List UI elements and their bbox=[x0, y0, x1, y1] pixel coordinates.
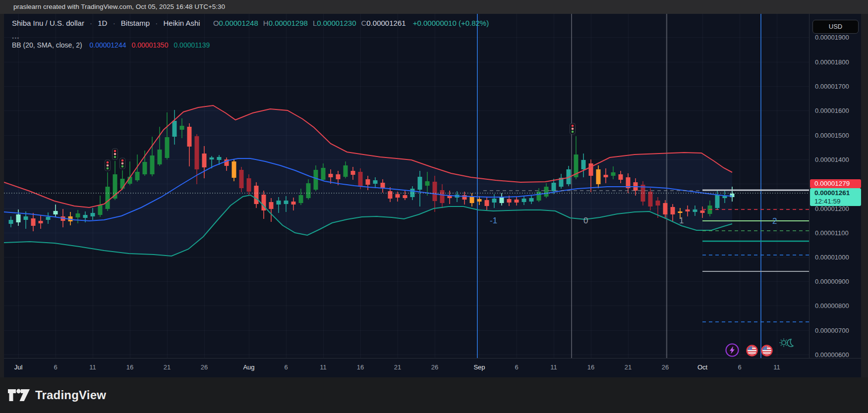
separator: · bbox=[86, 19, 96, 27]
time-tick-label: 6 bbox=[284, 363, 288, 371]
time-tick-label: 11 bbox=[773, 363, 780, 371]
footer-bar: TradingView bbox=[0, 377, 868, 413]
bar-countdown: 12:41:59 bbox=[814, 197, 861, 206]
wave-count-label: 0 bbox=[583, 216, 588, 225]
symbol-row[interactable]: Shiba Inu / U.S. dollar · 1D · Bitstamp … bbox=[12, 19, 489, 27]
price-tick-label: 0.00001700 bbox=[815, 83, 849, 90]
price-level-value: 0.00001279 bbox=[814, 180, 850, 187]
lightning-icon bbox=[726, 344, 739, 357]
tradingview-logo-icon bbox=[7, 388, 30, 403]
wave-count-label: -1 bbox=[490, 216, 497, 225]
symbol-title[interactable]: Shiba Inu / U.S. dollar bbox=[12, 19, 84, 27]
time-axis[interactable]: Jul611162126Aug611162126Sep611162126Oct6… bbox=[4, 358, 861, 377]
time-tick-label: 21 bbox=[625, 363, 632, 371]
indicator-row[interactable]: BB (20, SMA, close, 2) 0.000012440.00001… bbox=[12, 41, 489, 49]
traffic-light-marker bbox=[120, 158, 125, 169]
currency-toggle-button[interactable]: USD bbox=[812, 20, 859, 34]
time-tick-label: Jul bbox=[14, 363, 23, 371]
wave-count-label: 2 bbox=[772, 216, 777, 226]
us-flag-icon bbox=[762, 346, 772, 356]
time-tick-label: Sep bbox=[473, 363, 485, 371]
time-tick-label: 6 bbox=[738, 363, 741, 371]
legend-more-ellipsis[interactable]: ... bbox=[12, 34, 489, 39]
sun-moon-icon bbox=[779, 338, 793, 347]
price-tick-label: 0.00001800 bbox=[815, 58, 849, 66]
time-tick-label: 16 bbox=[587, 363, 594, 371]
price-tick-label: 0.00001100 bbox=[815, 229, 849, 237]
price-level-badge: 0.00001279 bbox=[810, 179, 861, 188]
chart-type-name: Heikin Ashi bbox=[164, 19, 200, 27]
price-tick-label: 0.00000700 bbox=[815, 327, 849, 334]
price-tick-label: 0.00001400 bbox=[815, 156, 849, 163]
traffic-light-marker bbox=[570, 123, 576, 134]
snapshot-titlebar: praslearn created with TradingView.com, … bbox=[0, 0, 868, 14]
indicator-values: 0.000012440.000013500.00001139 bbox=[84, 41, 210, 49]
time-tick-label: 11 bbox=[320, 363, 327, 371]
time-tick-label: 6 bbox=[54, 363, 57, 371]
time-tick-label: 6 bbox=[515, 363, 518, 371]
price-tick-label: 0.00000800 bbox=[815, 302, 849, 310]
traffic-light-marker bbox=[105, 160, 111, 171]
traffic-light-marker bbox=[113, 149, 118, 159]
price-tick-label: 0.00001900 bbox=[815, 34, 849, 41]
snapshot-caption: praslearn created with TradingView.com, … bbox=[13, 3, 225, 10]
time-tick-label: 26 bbox=[201, 363, 208, 371]
exchange-name: Bitstamp bbox=[121, 19, 150, 27]
chart-widget: -1012 Shiba Inu / U.S. dollar · 1D · Bit… bbox=[4, 14, 861, 377]
ohlc-readout: O0.00001248H0.00001298L0.00001230C0.0000… bbox=[208, 19, 406, 27]
time-tick-label: 26 bbox=[431, 363, 438, 371]
price-chart-canvas[interactable]: -1012 bbox=[4, 14, 809, 358]
last-price-value: 0.00001261 bbox=[814, 189, 861, 197]
time-tick-label: Oct bbox=[697, 363, 707, 371]
tradingview-brand-text: TradingView bbox=[35, 388, 106, 402]
time-tick-label: 21 bbox=[164, 363, 171, 371]
time-tick-label: 21 bbox=[394, 363, 401, 371]
indicator-name[interactable]: BB (20, SMA, close, 2) bbox=[12, 41, 82, 49]
interval-value[interactable]: 1D bbox=[98, 19, 107, 27]
price-tick-label: 0.00001500 bbox=[815, 132, 849, 139]
separator: · bbox=[152, 19, 161, 27]
chart-plot-area[interactable]: -1012 bbox=[4, 14, 809, 358]
tradingview-logo[interactable]: TradingView bbox=[7, 388, 106, 403]
last-price-badge: 0.00001261 12:41:59 bbox=[810, 188, 861, 206]
wave-count-label: 1 bbox=[679, 216, 684, 225]
time-tick-label: 11 bbox=[89, 363, 96, 371]
separator: · bbox=[110, 19, 119, 27]
time-tick-label: 11 bbox=[550, 363, 557, 371]
price-tick-label: 0.00000600 bbox=[815, 351, 849, 359]
change-readout: +0.00000010 (+0.82%) bbox=[413, 19, 489, 27]
time-tick-label: 26 bbox=[662, 363, 669, 371]
price-tick-label: 0.00001600 bbox=[815, 107, 849, 114]
time-tick-label: Aug bbox=[243, 363, 254, 371]
time-tick-label: 16 bbox=[357, 363, 364, 371]
price-axis[interactable]: USD 0.00001279 0.00001261 12:41:59 0.000… bbox=[809, 14, 861, 377]
time-tick-label: 16 bbox=[126, 363, 133, 371]
tradingview-snapshot-window: praslearn created with TradingView.com, … bbox=[0, 0, 868, 413]
price-tick-label: 0.00000900 bbox=[815, 278, 849, 285]
price-tick-label: 0.00001000 bbox=[815, 254, 849, 261]
chart-legend: Shiba Inu / U.S. dollar · 1D · Bitstamp … bbox=[12, 19, 489, 49]
us-flag-icon bbox=[747, 346, 757, 356]
